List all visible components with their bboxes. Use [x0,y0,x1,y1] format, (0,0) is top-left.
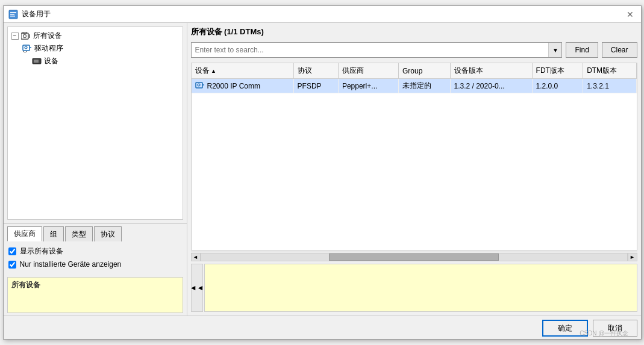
device-table-wrap: 设备 协议 供应商 Group 设备版本 FDT版本 DTM版本 [191,63,637,250]
bottom-row: 确定 取消 [4,315,641,339]
table-row[interactable]: R2000 IP Comm PFSDP Pepperl+... 未指定的 1.3… [192,79,637,93]
panel-title: 所有设备 (1/1 DTMs) [191,26,637,37]
col-dtm-version[interactable]: DTM版本 [583,63,636,79]
device-cell-content: R2000 IP Comm [195,82,290,90]
svg-point-13 [25,46,27,49]
show-all-checkbox[interactable] [8,247,16,255]
tree-device-label: 设备 [44,56,58,66]
main-content: − 所有设备 [4,23,641,315]
col-protocol[interactable]: 协议 [293,63,338,79]
search-input[interactable] [192,43,549,57]
hscroll-row: ◄ ► [191,252,637,261]
tab-type[interactable]: 类型 [65,226,93,241]
detail-content [204,264,637,312]
cell-device-name: R2000 IP Comm [207,82,260,90]
svg-rect-11 [23,45,30,51]
svg-rect-3 [10,16,15,17]
svg-rect-2 [10,14,14,15]
cell-dtm-version: 1.3.2.1 [583,79,636,93]
close-button[interactable]: ✕ [624,8,636,20]
device-icon-small [32,57,42,66]
window-icon [8,10,18,19]
info-box-title: 所有设备 [8,278,183,293]
col-group[interactable]: Group [398,63,450,79]
info-box: 所有设备 [7,277,183,313]
svg-rect-18 [196,82,202,88]
col-fdt-version[interactable]: FDT版本 [532,63,583,79]
hscroll-thumb[interactable] [329,253,499,261]
tree-root-label: 所有设备 [33,31,62,41]
svg-point-20 [198,84,200,86]
hscroll-left-button[interactable]: ◄ [191,253,201,261]
search-row: ▼ Find Clear [191,42,637,58]
clear-button[interactable]: Clear [602,42,637,58]
title-bar: 设备用于 ✕ [4,6,641,23]
watermark: CSDN @一件执念 [580,329,628,338]
all-devices-icon [21,32,31,40]
left-panel: − 所有设备 [4,23,187,315]
find-button[interactable]: Find [566,42,598,58]
search-input-wrap: ▼ [191,42,563,58]
tree-item-root[interactable]: − 所有设备 [10,30,180,42]
row-device-icon [195,82,205,90]
svg-line-15 [25,51,27,52]
hscroll-track[interactable] [201,253,628,261]
table-header-row: 设备 协议 供应商 Group 设备版本 FDT版本 DTM版本 [192,63,637,79]
filter-row-2: Nur installierte Geräte anzeigen [8,260,182,269]
col-vendor[interactable]: 供应商 [338,63,398,79]
col-device-version[interactable]: 设备版本 [450,63,532,79]
hscroll-right-button[interactable]: ► [628,253,637,261]
cell-vendor: Pepperl+... [338,79,398,93]
col-device[interactable]: 设备 [192,63,294,79]
tree-driver-label: 驱动程序 [34,43,63,54]
cell-device: R2000 IP Comm [192,79,294,93]
right-panel: 所有设备 (1/1 DTMs) ▼ Find Clear 设备 协议 [187,23,641,315]
svg-rect-1 [10,12,16,13]
tab-protocol[interactable]: 协议 [94,226,122,241]
svg-rect-17 [34,60,39,63]
filter-row-1: 显示所有设备 [8,246,182,256]
tree-area: − 所有设备 [7,26,183,220]
collapse-button[interactable]: ◄◄ [191,264,203,312]
title-bar-left: 设备用于 [8,9,51,19]
svg-line-14 [23,51,25,52]
tabs-row: 供应商 组 类型 协议 [4,223,187,241]
cell-group: 未指定的 [398,79,450,93]
cell-protocol: PFSDP [293,79,338,93]
window-title: 设备用于 [22,9,51,19]
tab-group[interactable]: 组 [43,226,64,241]
tree-item-device[interactable]: 设备 [10,55,180,67]
tab-vendor[interactable]: 供应商 [7,226,42,241]
installed-only-label[interactable]: Nur installierte Geräte anzeigen [20,260,122,269]
detail-panel-row: ◄◄ [191,264,637,312]
search-dropdown-button[interactable]: ▼ [548,43,561,57]
cell-device-version: 1.3.2 / 2020-0... [450,79,532,93]
main-window: 设备用于 ✕ − [3,5,642,340]
installed-only-checkbox[interactable] [8,261,16,269]
tree-expand-icon[interactable]: − [11,33,19,40]
tree-item-driver[interactable]: 驱动程序 [10,42,180,55]
show-all-label[interactable]: 显示所有设备 [20,246,63,256]
svg-point-7 [23,34,26,37]
cell-fdt-version: 1.2.0.0 [532,79,583,93]
filter-area: 显示所有设备 Nur installierte Geräte anzeigen [4,241,187,275]
driver-icon [22,45,32,53]
device-table: 设备 协议 供应商 Group 设备版本 FDT版本 DTM版本 [192,63,637,93]
